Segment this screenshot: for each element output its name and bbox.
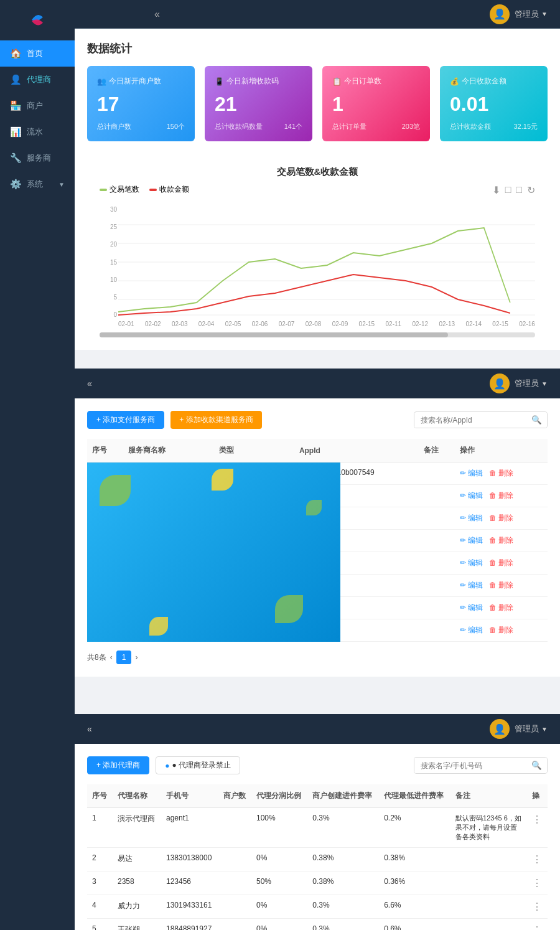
col-name: 服务商名称 bbox=[123, 439, 214, 463]
service-table: 序号 服务商名称 类型 AppId 备注 操作 1 小蜜蜂聚合支付 微信服务分发… bbox=[87, 439, 548, 642]
flow-icon: 📊 bbox=[10, 126, 22, 138]
stat-card-collect-value: 21 bbox=[215, 93, 302, 116]
header: « 👤 管理员 ▼ bbox=[75, 0, 560, 29]
stat-card-amount: 💰 今日收款金额 0.01 总计收款金额 32.15元 bbox=[440, 66, 548, 141]
stat-card-merchants-footer: 总计商户数 150个 bbox=[97, 122, 185, 131]
agent-icon: 👤 bbox=[10, 74, 22, 85]
avatar: 👤 bbox=[490, 4, 510, 24]
row-appid: wx883ac9410b007549 bbox=[294, 463, 419, 485]
service-pagination: 共8条 ‹ 1 › bbox=[87, 651, 548, 664]
dashboard-section: 数据统计 👥 今日新开商户数 17 总计商户数 150个 📱 今日新增收款码 bbox=[75, 29, 560, 350]
agent-col-seq: 序号 bbox=[87, 784, 113, 808]
add-service-provider-btn[interactable]: + 添加支付服务商 bbox=[87, 411, 164, 429]
chart-title: 交易笔数&收款金额 bbox=[100, 166, 535, 178]
stat-card-orders-footer: 总计订单量 203笔 bbox=[332, 122, 420, 131]
merchant-icon: 🏪 bbox=[10, 100, 22, 111]
agent-col-min-rate: 代理最低进件费率 bbox=[379, 784, 450, 808]
chart-download-icon[interactable]: ⬇ bbox=[492, 184, 500, 196]
table-row: 4 云... ✏ 编辑 🗑 删除 bbox=[87, 530, 548, 552]
edit-link-5[interactable]: ✏ 编辑 bbox=[460, 558, 483, 567]
chart-scrollbar-thumb[interactable] bbox=[100, 332, 448, 337]
system-expand-icon: ▼ bbox=[58, 181, 65, 188]
dot-icon: ● bbox=[165, 761, 169, 770]
header-user[interactable]: 👤 管理员 ▼ bbox=[490, 4, 548, 24]
edit-link-7[interactable]: ✏ 编辑 bbox=[460, 603, 483, 612]
sidebar-item-system[interactable]: ⚙️ 系统 ▼ bbox=[0, 171, 75, 197]
agent-col-op: 操 bbox=[527, 784, 548, 808]
chart-toolbar: ⬇ □ □ ↻ bbox=[492, 184, 535, 196]
sidebar-item-merchant-label: 商户 bbox=[27, 100, 65, 111]
delete-link-4[interactable]: 🗑 删除 bbox=[489, 536, 513, 545]
row-actions: ✏ 编辑 🗑 删除 bbox=[455, 463, 548, 485]
amount-icon: 💰 bbox=[450, 77, 459, 86]
chart-yaxis: 0 5 10 15 20 25 30 bbox=[100, 206, 117, 318]
stat-card-collect-title: 📱 今日新增收款码 bbox=[215, 76, 302, 87]
service-search-btn[interactable]: 🔍 bbox=[526, 412, 547, 428]
section2-header: « 👤 管理员 ▼ bbox=[75, 369, 560, 398]
delete-link-6[interactable]: 🗑 删除 bbox=[489, 581, 513, 589]
collect-icon: 📱 bbox=[215, 77, 224, 86]
service-total: 共8条 bbox=[87, 652, 106, 663]
table-row: 1 小蜜蜂聚合支付 微信服务分发 wx883ac9410b007549 ✏ 编辑… bbox=[87, 463, 548, 485]
agent-col-remark: 备注 bbox=[450, 784, 527, 808]
add-collect-channel-btn[interactable]: + 添加收款渠道服务商 bbox=[170, 411, 261, 429]
agent-search-btn[interactable]: 🔍 bbox=[526, 758, 547, 773]
delete-link-8[interactable]: 🗑 删除 bbox=[489, 626, 513, 634]
agent-table-head: 序号 代理名称 手机号 商户数 代理分润比例 商户创建进件费率 代理最低进件费率… bbox=[87, 784, 548, 808]
prev-page-btn[interactable]: ‹ bbox=[110, 653, 113, 662]
sidebar-item-flow-label: 流水 bbox=[27, 126, 65, 138]
stat-card-amount-title: 💰 今日收款金额 bbox=[450, 76, 538, 87]
delete-link[interactable]: 🗑 删除 bbox=[489, 469, 513, 477]
chart-scrollbar[interactable] bbox=[100, 332, 535, 337]
sidebar: 🏠 首页 👤 代理商 🏪 商户 📊 流水 🔧 服务商 ⚙️ 系统 ▼ bbox=[0, 0, 75, 930]
stat-card-merchants-title: 👥 今日新开商户数 bbox=[97, 76, 185, 87]
delete-link-5[interactable]: 🗑 删除 bbox=[489, 558, 513, 567]
add-agent-btn[interactable]: + 添加代理商 bbox=[87, 756, 149, 774]
sidebar-item-home[interactable]: 🏠 首页 bbox=[0, 40, 75, 67]
table-row: 6 剑... ✏ 编辑 🗑 删除 bbox=[87, 575, 548, 597]
sidebar-item-service[interactable]: 🔧 服务商 bbox=[0, 145, 75, 171]
col-actions: 操作 bbox=[455, 439, 548, 463]
edit-link[interactable]: ✏ 编辑 bbox=[460, 469, 483, 477]
edit-link-3[interactable]: ✏ 编辑 bbox=[460, 514, 483, 522]
sidebar-item-merchant[interactable]: 🏪 商户 bbox=[0, 93, 75, 119]
sidebar-item-flow[interactable]: 📊 流水 bbox=[0, 119, 75, 145]
row-seq: 1 bbox=[87, 463, 123, 485]
stat-card-collect: 📱 今日新增收款码 21 总计收款码数量 141个 bbox=[205, 66, 312, 141]
logo-icon bbox=[26, 9, 49, 31]
delete-link-7[interactable]: 🗑 删除 bbox=[489, 603, 513, 612]
chart-view2-icon[interactable]: □ bbox=[516, 184, 522, 196]
agent-login-ban-btn[interactable]: ● ● 代理商登录禁止 bbox=[156, 756, 240, 774]
agent-table: 序号 代理名称 手机号 商户数 代理分润比例 商户创建进件费率 代理最低进件费率… bbox=[87, 784, 548, 930]
section3-dropdown-icon[interactable]: ▼ bbox=[541, 726, 548, 733]
page-1-btn[interactable]: 1 bbox=[116, 651, 132, 664]
sidebar-item-agent[interactable]: 👤 代理商 bbox=[0, 67, 75, 93]
chart-view1-icon[interactable]: □ bbox=[505, 184, 511, 196]
stat-card-merchants-value: 17 bbox=[97, 93, 185, 116]
chart-refresh-icon[interactable]: ↻ bbox=[527, 184, 535, 196]
service-icon: 🔧 bbox=[10, 153, 22, 164]
edit-link-4[interactable]: ✏ 编辑 bbox=[460, 536, 483, 545]
edit-link-6[interactable]: ✏ 编辑 bbox=[460, 581, 483, 589]
section2-dropdown-icon[interactable]: ▼ bbox=[541, 380, 548, 387]
agent-col-ratio: 代理分润比例 bbox=[251, 784, 307, 808]
delete-link-3[interactable]: 🗑 删除 bbox=[489, 514, 513, 522]
edit-link-8[interactable]: ✏ 编辑 bbox=[460, 626, 483, 634]
section2-avatar: 👤 bbox=[490, 373, 510, 393]
sidebar-item-agent-label: 代理商 bbox=[27, 74, 65, 85]
service-table-toolbar: + 添加支付服务商 + 添加收款渠道服务商 🔍 bbox=[87, 411, 548, 429]
section2-collapse[interactable]: « bbox=[87, 378, 92, 388]
edit-link-2[interactable]: ✏ 编辑 bbox=[460, 491, 483, 500]
section3-user[interactable]: 👤 管理员 ▼ bbox=[490, 719, 548, 739]
section3-collapse[interactable]: « bbox=[87, 724, 92, 734]
main-content: « 👤 管理员 ▼ 数据统计 👥 今日新开商户数 17 总计商户数 150个 bbox=[75, 0, 560, 930]
service-search-input[interactable] bbox=[414, 413, 526, 428]
collapse-icon[interactable]: « bbox=[154, 9, 160, 20]
next-page-btn[interactable]: › bbox=[135, 653, 138, 662]
user-dropdown-icon[interactable]: ▼ bbox=[541, 11, 548, 17]
agent-search-input[interactable] bbox=[414, 758, 526, 773]
delete-link-2[interactable]: 🗑 删除 bbox=[489, 491, 513, 500]
section2-user[interactable]: 👤 管理员 ▼ bbox=[490, 373, 548, 393]
legend-green-label: 交易笔数 bbox=[110, 184, 139, 195]
sidebar-item-service-label: 服务商 bbox=[27, 153, 65, 164]
